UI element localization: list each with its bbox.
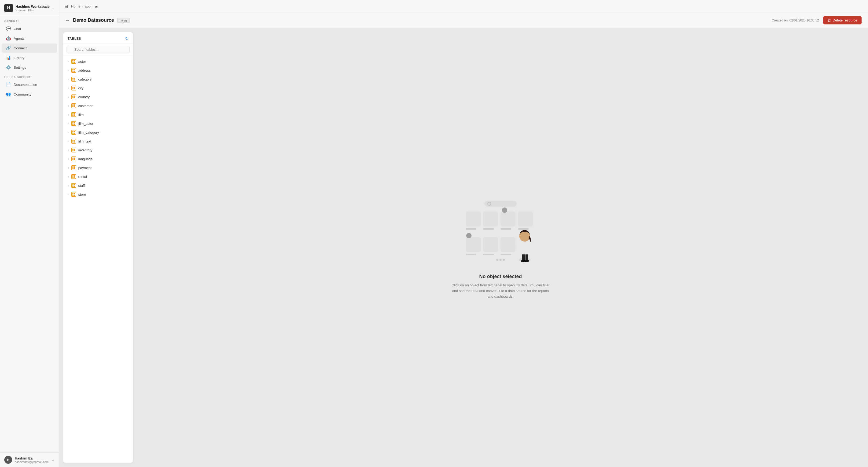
sidebar: H Hashims Workspace Premium Plan ⌄ Gener…: [0, 0, 59, 467]
library-icon: 📊: [6, 55, 11, 60]
table-list-item[interactable]: › film_category: [64, 128, 132, 137]
sidebar-item-settings-label: Settings: [14, 65, 26, 69]
table-item-chevron-icon: ›: [68, 166, 69, 169]
sidebar-item-chat-label: Chat: [14, 27, 21, 31]
table-list-item[interactable]: › country: [64, 93, 132, 101]
table-item-name: customer: [78, 104, 93, 108]
breadcrumb-ai[interactable]: ai: [95, 4, 98, 8]
svg-point-18: [466, 233, 471, 238]
table-item-chevron-icon: ›: [68, 131, 69, 134]
sidebar-toggle-icon[interactable]: ⊞: [64, 4, 68, 9]
breadcrumb-app[interactable]: app: [85, 4, 91, 8]
connect-icon: 🔗: [6, 46, 11, 51]
sidebar-item-library[interactable]: 📊 Library: [2, 53, 57, 62]
table-list-item[interactable]: › language: [64, 154, 132, 163]
workspace-logo: H: [4, 4, 13, 12]
tables-search-input[interactable]: [66, 46, 129, 53]
svg-rect-13: [466, 254, 476, 255]
table-item-icon: [71, 130, 76, 135]
empty-state-illustration: [458, 195, 544, 270]
tables-header: TABLES ↻: [63, 32, 133, 43]
breadcrumb-sep-1: ›: [82, 4, 83, 8]
page-title-row: ← Demo Datasource mysql: [65, 18, 130, 23]
sidebar-item-agents[interactable]: 🤖 Agents: [2, 34, 57, 43]
delete-button-label: Delete resource: [833, 18, 857, 22]
chat-icon: 💬: [6, 26, 11, 31]
empty-state-area: No object selected Click on an object fr…: [133, 28, 868, 467]
tables-search-wrap: 🔍: [66, 46, 129, 53]
sidebar-header: H Hashims Workspace Premium Plan ⌄: [0, 0, 59, 17]
workspace-plan: Premium Plan: [16, 8, 50, 12]
page-area: ← Demo Datasource mysql Created on: 02/0…: [59, 13, 868, 467]
table-item-chevron-icon: ›: [68, 184, 69, 187]
svg-rect-16: [500, 237, 516, 252]
sidebar-item-community-label: Community: [14, 92, 31, 96]
tables-panel: TABLES ↻ 🔍 ›: [63, 32, 133, 463]
sidebar-item-documentation[interactable]: 📄 Documentation: [2, 80, 57, 89]
content-area: ← Demo Datasource mysql Created on: 02/0…: [59, 13, 868, 467]
sidebar-item-chat[interactable]: 💬 Chat: [2, 24, 57, 33]
table-list-item[interactable]: › city: [64, 84, 132, 92]
sidebar-item-library-label: Library: [14, 56, 24, 60]
table-list-item[interactable]: › category: [64, 75, 132, 84]
svg-rect-9: [518, 211, 533, 227]
svg-rect-14: [483, 237, 498, 252]
table-list-item[interactable]: › staff: [64, 181, 132, 190]
sidebar-item-connect-label: Connect: [14, 46, 27, 50]
table-list-item[interactable]: › film_text: [64, 137, 132, 145]
table-list-item[interactable]: › actor: [64, 57, 132, 66]
table-item-icon: [71, 77, 76, 82]
svg-rect-12: [466, 237, 481, 252]
table-item-icon: [71, 112, 76, 117]
user-menu-chevron-icon[interactable]: ⌄: [51, 458, 55, 462]
topbar: ⊞ Home › app › ai: [59, 0, 868, 13]
svg-point-11: [502, 207, 507, 213]
workspace-name: Hashims Workspace: [16, 5, 50, 8]
table-item-name: language: [78, 157, 93, 161]
table-item-chevron-icon: ›: [68, 60, 69, 63]
table-item-icon: [71, 86, 76, 90]
help-section-label: Help & Support: [0, 72, 59, 80]
user-avatar: H: [4, 456, 12, 464]
breadcrumb-sep-2: ›: [92, 4, 93, 8]
sidebar-item-connect[interactable]: 🔗 Connect: [2, 43, 57, 53]
table-item-name: store: [78, 193, 86, 197]
table-item-icon: [71, 165, 76, 170]
table-list-item[interactable]: › inventory: [64, 146, 132, 154]
table-item-chevron-icon: ›: [68, 104, 69, 107]
tables-refresh-icon[interactable]: ↻: [125, 36, 128, 41]
agents-icon: 🤖: [6, 36, 11, 41]
table-item-icon: [71, 103, 76, 108]
sidebar-item-settings[interactable]: ⚙️ Settings: [2, 63, 57, 72]
delete-resource-button[interactable]: 🗑 Delete resource: [823, 16, 862, 24]
workspace-chevron-icon[interactable]: ⌄: [51, 6, 55, 10]
table-list-item[interactable]: › address: [64, 66, 132, 75]
table-list-item[interactable]: › payment: [64, 164, 132, 172]
svg-rect-3: [466, 211, 481, 227]
table-list-item[interactable]: › film_actor: [64, 119, 132, 128]
back-button[interactable]: ←: [65, 18, 70, 23]
table-item-name: address: [78, 68, 91, 72]
table-item-chevron-icon: ›: [68, 175, 69, 178]
svg-rect-17: [500, 254, 511, 255]
table-list-item[interactable]: › store: [64, 190, 132, 199]
table-list-item[interactable]: › rental: [64, 172, 132, 181]
tables-section-title: TABLES: [68, 37, 81, 40]
page-actions: Created on: 02/01/2025 16:36:52 🗑 Delete…: [772, 16, 862, 24]
breadcrumb-home[interactable]: Home: [71, 4, 81, 8]
tables-search-area: 🔍: [63, 43, 133, 56]
user-info: Hashim Ea hashimdev@yopmail.com: [15, 456, 49, 464]
svg-rect-4: [466, 228, 476, 230]
sidebar-item-agents-label: Agents: [14, 36, 24, 40]
sidebar-item-community[interactable]: 👥 Community: [2, 90, 57, 99]
documentation-icon: 📄: [6, 82, 11, 87]
table-list-item[interactable]: › film: [64, 110, 132, 119]
table-list-item[interactable]: › customer: [64, 101, 132, 110]
svg-rect-7: [500, 211, 516, 227]
svg-point-26: [524, 260, 529, 262]
table-item-name: rental: [78, 175, 87, 179]
table-item-icon: [71, 148, 76, 152]
page-header: ← Demo Datasource mysql Created on: 02/0…: [59, 13, 868, 28]
svg-rect-10: [518, 228, 529, 230]
table-item-chevron-icon: ›: [68, 157, 69, 160]
